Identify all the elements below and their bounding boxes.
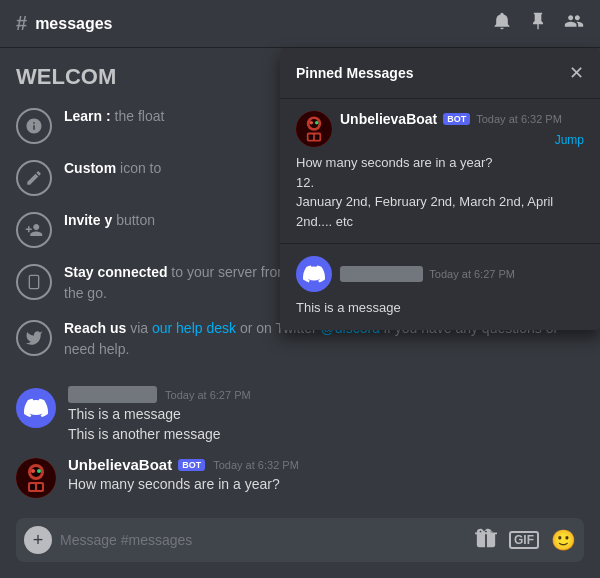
help-desk-link[interactable]: our help desk <box>152 320 236 336</box>
welcome-invite-text: Invite y button <box>64 210 155 231</box>
pinned-message-2: ████████ Today at 6:27 PM This is a mess… <box>280 244 600 330</box>
svg-point-14 <box>315 121 319 125</box>
pinned-avatar-user <box>296 256 332 292</box>
channel-name: messages <box>35 15 112 33</box>
channel-hash-icon: # <box>16 12 27 35</box>
pinned-username-blurred: ████████ <box>340 266 423 282</box>
pinned-message-1: UnbelievaBoat BOT Today at 6:32 PM Jump … <box>280 99 600 244</box>
username-unbelievaboat: UnbelievaBoat <box>68 456 172 473</box>
gif-icon[interactable]: GIF <box>509 531 539 549</box>
pinned-msg-text-2a: This is a message <box>296 298 584 318</box>
message-group-2: UnbelievaBoat BOT Today at 6:32 PM How m… <box>0 452 600 502</box>
input-right-icons: GIF 🙂 <box>475 527 576 554</box>
svg-rect-9 <box>37 484 42 490</box>
username-blurred: ████████ <box>68 386 157 403</box>
timestamp-1: Today at 6:27 PM <box>165 389 251 401</box>
gift-icon[interactable] <box>475 527 497 554</box>
pinned-msg-header-2: ████████ Today at 6:27 PM <box>296 256 584 292</box>
svg-point-5 <box>31 469 35 473</box>
message-input-wrapper: + Message #messages GIF 🙂 <box>16 518 584 562</box>
pinned-header: Pinned Messages ✕ <box>280 48 600 99</box>
svg-point-6 <box>37 469 41 473</box>
pinned-jump-link-1[interactable]: Jump <box>555 133 584 147</box>
pinned-msg-text-1c: January 2nd, February 2nd, March 2nd, Ap… <box>296 192 584 231</box>
message-content-1: ████████ Today at 6:27 PM This is a mess… <box>68 386 584 444</box>
twitter-icon <box>16 320 52 356</box>
main-content: WELCOM Learn : the float Custom icon to <box>0 48 600 578</box>
avatar-unbelievaboat <box>16 458 56 498</box>
learn-icon <box>16 108 52 144</box>
welcome-custom-text: Custom icon to <box>64 158 161 179</box>
svg-point-13 <box>310 121 314 125</box>
message-input-bar: + Message #messages GIF 🙂 <box>0 518 600 578</box>
channel-header: # messages <box>0 0 600 48</box>
pin-icon[interactable] <box>528 11 548 36</box>
mobile-icon <box>16 264 52 300</box>
invite-icon <box>16 212 52 248</box>
pinned-timestamp-1: Today at 6:32 PM <box>476 113 562 125</box>
pinned-msg-text-1b: 12. <box>296 173 584 193</box>
pinned-username-bot: UnbelievaBoat <box>340 111 437 127</box>
pinned-msg-info-1: UnbelievaBoat BOT Today at 6:32 PM Jump <box>340 111 584 147</box>
pinned-msg-info-2: ████████ Today at 6:27 PM <box>340 266 584 282</box>
message-header-1: ████████ Today at 6:27 PM <box>68 386 584 403</box>
message-text-1a: This is a message <box>68 405 584 425</box>
pinned-avatar-bot <box>296 111 332 147</box>
bell-icon[interactable] <box>492 11 512 36</box>
message-text-2a: How many seconds are in a year? <box>68 475 584 495</box>
svg-rect-16 <box>309 134 314 139</box>
svg-rect-17 <box>315 134 320 139</box>
avatar-blurred-user <box>16 388 56 428</box>
message-text-1b: This is another message <box>68 425 584 445</box>
emoji-icon[interactable]: 🙂 <box>551 528 576 552</box>
add-attachment-button[interactable]: + <box>24 526 52 554</box>
header-icons <box>492 11 584 36</box>
svg-rect-8 <box>30 484 35 490</box>
pinned-msg-header-1: UnbelievaBoat BOT Today at 6:32 PM Jump <box>296 111 584 147</box>
close-pinned-button[interactable]: ✕ <box>569 64 584 82</box>
pinned-msg-text-1a: How many seconds are in a year? <box>296 153 584 173</box>
pinned-bot-badge: BOT <box>443 113 470 125</box>
welcome-learn-text: Learn : the float <box>64 106 164 127</box>
messages-area: ████████ Today at 6:27 PM This is a mess… <box>0 374 600 518</box>
custom-icon <box>16 160 52 196</box>
pinned-timestamp-2: Today at 6:27 PM <box>429 268 515 280</box>
bot-badge-1: BOT <box>178 459 205 471</box>
message-content-2: UnbelievaBoat BOT Today at 6:32 PM How m… <box>68 456 584 498</box>
timestamp-2: Today at 6:32 PM <box>213 459 299 471</box>
message-header-2: UnbelievaBoat BOT Today at 6:32 PM <box>68 456 584 473</box>
message-input-placeholder[interactable]: Message #messages <box>60 532 475 548</box>
message-group-1: ████████ Today at 6:27 PM This is a mess… <box>0 382 600 448</box>
members-icon[interactable] <box>564 11 584 36</box>
pinned-messages-popup: Pinned Messages ✕ <box>280 48 600 330</box>
pinned-title: Pinned Messages <box>296 65 414 81</box>
